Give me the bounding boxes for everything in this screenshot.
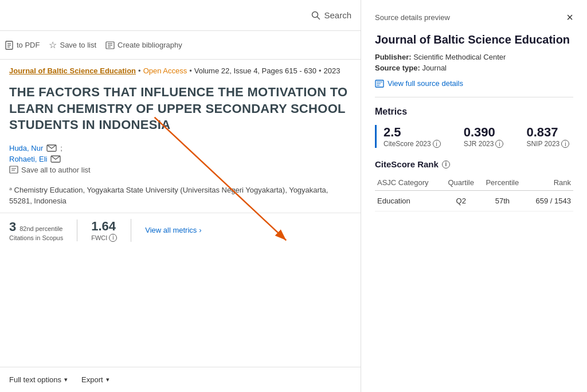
source-link-icon (375, 80, 384, 88)
panel-header: Source details preview × (375, 11, 573, 23)
citescore-rank-title: CiteScore Rank i (375, 159, 573, 169)
save-list-button[interactable]: ☆ Save to list (49, 40, 96, 50)
col-header-rank: Rank (525, 175, 573, 191)
citescore-info-icon[interactable]: i (433, 140, 441, 148)
pdf-icon (5, 41, 14, 50)
fulltext-label: Full text options (9, 375, 61, 384)
search-label: Search (324, 10, 351, 20)
source-type-info: Source type: Journal (375, 64, 573, 72)
citations-label: Citations in Scopus (9, 234, 63, 241)
article-title: THE FACTORS THAT INFLUENCE THE MOTIVATIO… (0, 79, 361, 139)
publisher-label: Publisher: (375, 53, 412, 61)
citations-count: 3 (9, 219, 16, 234)
volume-info: Volume 22, Issue 4, Pages 615 - 630 (194, 66, 316, 75)
metrics-bar: 3 82nd percentile Citations in Scopus 1.… (0, 213, 361, 248)
author-name-1[interactable]: Huda, Nur (9, 144, 43, 152)
view-source-label: View full source details (388, 79, 463, 88)
save-authors-label: Save all to author list (21, 166, 91, 174)
fwci-block: 1.64 FWCI i (91, 219, 131, 242)
citescore-metric: 2.5 CiteScore 2023 i (383, 125, 441, 148)
export-button[interactable]: Export ▾ (81, 375, 109, 384)
chevron-right-icon: › (199, 226, 201, 234)
save-label: Save to list (60, 41, 96, 49)
col-header-percentile: Percentile (480, 175, 526, 191)
svg-rect-12 (10, 166, 18, 173)
email-icon-2[interactable] (50, 155, 61, 163)
fwci-label: FWCI i (91, 234, 117, 242)
chevron-down-icon-export: ▾ (106, 376, 109, 383)
publisher-info: Publisher: Scientific Methodical Center (375, 53, 573, 61)
bibliography-icon (105, 41, 115, 50)
save-authors-icon (9, 166, 18, 174)
author-name-2[interactable]: Rohaeti, Eli (9, 155, 47, 163)
affiliation-text: ᵃ Chemistry Education, Yogyakarta State … (9, 186, 328, 206)
table-row: Education Q2 57th 659 / 1543 (375, 191, 573, 211)
search-icon (311, 11, 320, 20)
sjr-metric: 0.390 SJR 2023 i (455, 125, 504, 148)
chevron-down-icon-fulltext: ▾ (64, 376, 68, 383)
divider (375, 97, 573, 97)
citations-block: 3 82nd percentile Citations in Scopus (9, 219, 77, 241)
author-row: Huda, Nur ; (9, 144, 351, 152)
separator-dot-3: • (319, 66, 322, 75)
source-type-label: Source type: (375, 64, 420, 72)
snip-label: SNIP 2023 i (526, 140, 569, 148)
journal-title-main: Journal of Baltic Science Education (375, 32, 573, 47)
right-panel: Source details preview × Journal of Balt… (361, 0, 587, 392)
fwci-info-icon[interactable]: i (109, 234, 117, 242)
metrics-values-row: 2.5 CiteScore 2023 i 0.390 SJR 2023 i 0.… (375, 125, 573, 148)
top-bar: Search (0, 0, 361, 31)
source-type-value: Journal (422, 64, 447, 72)
bibliography-label: Create bibliography (118, 41, 182, 49)
journal-link[interactable]: Journal of Baltic Science Education (9, 66, 136, 75)
affiliation: ᵃ Chemistry Education, Yogyakarta State … (0, 179, 361, 213)
rank-percentile: 57th (480, 191, 526, 211)
fulltext-button[interactable]: Full text options ▾ (9, 375, 68, 384)
action-bar: to PDF ☆ Save to list Create bibliograph… (0, 31, 361, 60)
email-icon-1[interactable] (46, 144, 57, 152)
export-label: Export (81, 375, 103, 384)
rank-quartile: Q2 (443, 191, 480, 211)
svg-line-1 (318, 17, 320, 19)
metrics-section-title: Metrics (375, 107, 573, 117)
rank-table: ASJC Category Quartile Percentile Rank E… (375, 175, 573, 211)
citescore-label: CiteScore 2023 i (383, 140, 441, 148)
article-meta: Journal of Baltic Science Education • Op… (0, 60, 361, 79)
save-authors-button[interactable]: Save all to author list (9, 166, 91, 174)
close-button[interactable]: × (566, 11, 573, 23)
star-icon: ☆ (49, 40, 57, 50)
left-panel: Search to PDF ☆ Save to list Create (0, 0, 361, 392)
publisher-value: Scientific Methodical Center (413, 53, 506, 61)
bibliography-button[interactable]: Create bibliography (105, 41, 182, 50)
author-separator: ; (60, 144, 62, 152)
open-access-badge: Open Access (143, 66, 187, 75)
view-metrics-button[interactable]: View all metrics › (145, 226, 201, 234)
panel-title: Source details preview (375, 13, 450, 22)
snip-value: 0.837 (526, 125, 569, 140)
view-source-link[interactable]: View full source details (375, 79, 573, 88)
rank-value: 659 / 1543 (525, 191, 573, 211)
col-header-category: ASJC Category (375, 175, 443, 191)
authors-section: Huda, Nur ; Rohaeti, Eli Save all to aut… (0, 139, 361, 179)
year-info: 2023 (324, 66, 341, 75)
bottom-bar: Full text options ▾ Export ▾ (0, 367, 361, 392)
pdf-button[interactable]: to PDF (5, 41, 40, 50)
sjr-label: SJR 2023 i (464, 140, 504, 148)
separator-dot-1: • (138, 66, 141, 75)
col-header-quartile: Quartile (443, 175, 480, 191)
snip-info-icon[interactable]: i (561, 140, 569, 148)
search-button[interactable]: Search (311, 10, 351, 20)
citations-percentile: 82nd percentile (19, 225, 62, 232)
view-metrics-label: View all metrics (145, 226, 197, 234)
fwci-value: 1.64 (91, 219, 116, 233)
pdf-label: to PDF (17, 41, 40, 49)
author-row-2: Rohaeti, Eli (9, 155, 351, 163)
rank-category: Education (375, 191, 443, 211)
separator-dot-2: • (189, 66, 192, 75)
sjr-info-icon[interactable]: i (495, 140, 503, 148)
snip-metric: 0.837 SNIP 2023 i (517, 125, 569, 148)
citescore-rank-info-icon[interactable]: i (442, 160, 450, 168)
citescore-value: 2.5 (383, 125, 441, 140)
sjr-value: 0.390 (464, 125, 504, 140)
